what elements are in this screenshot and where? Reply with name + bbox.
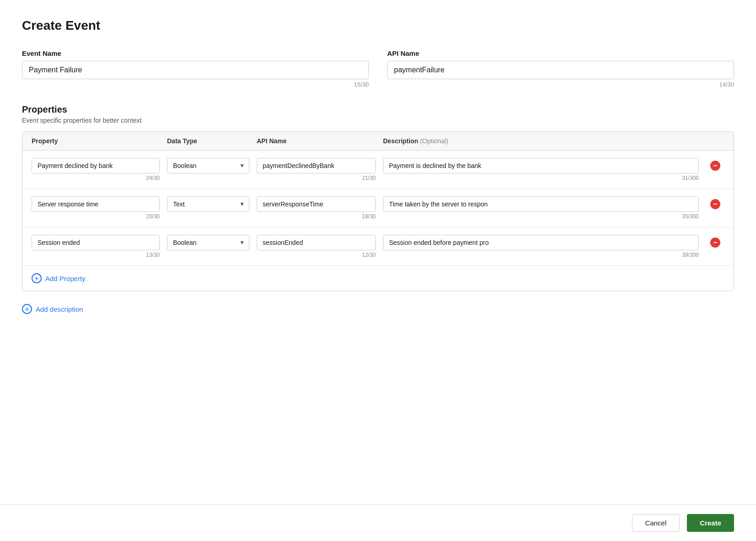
property-cell-3: 13/30 — [32, 235, 160, 258]
api-name-label: API Name — [387, 49, 734, 57]
data-type-cell-2: Boolean Text Number Date ▼ — [167, 196, 249, 212]
data-type-select-2[interactable]: Boolean Text Number Date — [167, 196, 249, 212]
property-count-1: 24/30 — [32, 175, 160, 181]
property-input-1[interactable] — [32, 158, 160, 173]
footer-actions: Cancel Create — [0, 504, 756, 541]
description-count-3: 39/300 — [383, 252, 699, 258]
properties-table: Property Data Type API Name Description … — [22, 131, 734, 291]
data-type-select-1[interactable]: Boolean Text Number Date — [167, 158, 249, 173]
header-actions — [706, 137, 724, 145]
remove-icon-3: − — [710, 238, 720, 248]
remove-cell-3: − — [706, 235, 724, 250]
api-name-count-1: 21/30 — [257, 175, 376, 181]
api-name-input-2[interactable] — [257, 196, 376, 212]
remove-cell-1: − — [706, 158, 724, 173]
description-cell-2: 35/300 — [383, 196, 699, 220]
cancel-button[interactable]: Cancel — [632, 514, 680, 532]
api-name-count-3: 12/30 — [257, 252, 376, 258]
property-cell-2: 20/30 — [32, 196, 160, 220]
add-property-label: Add Property — [45, 275, 86, 282]
event-name-input[interactable] — [22, 61, 369, 79]
description-count-1: 31/300 — [383, 175, 699, 181]
add-property-icon: + — [32, 273, 42, 283]
data-type-cell-3: Boolean Text Number Date ▼ — [167, 235, 249, 250]
add-description-icon: + — [22, 304, 32, 314]
event-name-label: Event Name — [22, 49, 369, 57]
remove-cell-2: − — [706, 196, 724, 212]
table-row: 20/30 Boolean Text Number Date ▼ 18/30 3… — [22, 189, 734, 227]
description-input-1[interactable] — [383, 158, 699, 173]
add-property-row: + Add Property — [22, 266, 734, 291]
description-cell-1: 31/300 — [383, 158, 699, 181]
property-input-3[interactable] — [32, 235, 160, 250]
api-name-count-2: 18/30 — [257, 213, 376, 220]
remove-icon-2: − — [710, 199, 720, 209]
table-row: 13/30 Boolean Text Number Date ▼ 12/30 3… — [22, 227, 734, 266]
header-property: Property — [32, 137, 160, 145]
property-count-3: 13/30 — [32, 252, 160, 258]
add-description-label: Add description — [36, 305, 83, 313]
remove-button-2[interactable]: − — [706, 196, 724, 212]
event-name-group: Event Name 15/30 — [22, 49, 369, 88]
event-form-row: Event Name 15/30 API Name 14/30 — [22, 49, 734, 88]
header-data-type: Data Type — [167, 137, 249, 145]
property-input-2[interactable] — [32, 196, 160, 212]
description-cell-3: 39/300 — [383, 235, 699, 258]
create-button[interactable]: Create — [687, 514, 734, 532]
table-header: Property Data Type API Name Description … — [22, 132, 734, 151]
header-api-name: API Name — [257, 137, 376, 145]
description-input-2[interactable] — [383, 196, 699, 212]
api-name-cell-3: 12/30 — [257, 235, 376, 258]
remove-button-3[interactable]: − — [706, 235, 724, 250]
properties-section-subtitle: Event specific properties for better con… — [22, 117, 734, 124]
event-name-char-count: 15/30 — [22, 81, 369, 88]
api-name-input[interactable] — [387, 61, 734, 79]
api-name-input-3[interactable] — [257, 235, 376, 250]
api-name-cell-2: 18/30 — [257, 196, 376, 220]
add-description-button[interactable]: + Add description — [22, 304, 83, 314]
page-title: Create Event — [22, 18, 734, 33]
data-type-select-3[interactable]: Boolean Text Number Date — [167, 235, 249, 250]
header-description: Description (Optional) — [383, 137, 699, 145]
properties-section-title: Properties — [22, 104, 734, 115]
add-description-row: + Add description — [22, 304, 734, 314]
api-name-cell-1: 21/30 — [257, 158, 376, 181]
description-input-3[interactable] — [383, 235, 699, 250]
data-type-cell-1: Boolean Text Number Date ▼ — [167, 158, 249, 173]
api-name-char-count: 14/30 — [387, 81, 734, 88]
remove-icon-1: − — [710, 161, 720, 171]
remove-button-1[interactable]: − — [706, 158, 724, 173]
description-count-2: 35/300 — [383, 213, 699, 220]
property-count-2: 20/30 — [32, 213, 160, 220]
api-name-input-1[interactable] — [257, 158, 376, 173]
property-cell-1: 24/30 — [32, 158, 160, 181]
add-property-button[interactable]: + Add Property — [32, 273, 86, 283]
table-row: 24/30 Boolean Text Number Date ▼ 21/30 3… — [22, 151, 734, 189]
api-name-group: API Name 14/30 — [387, 49, 734, 88]
